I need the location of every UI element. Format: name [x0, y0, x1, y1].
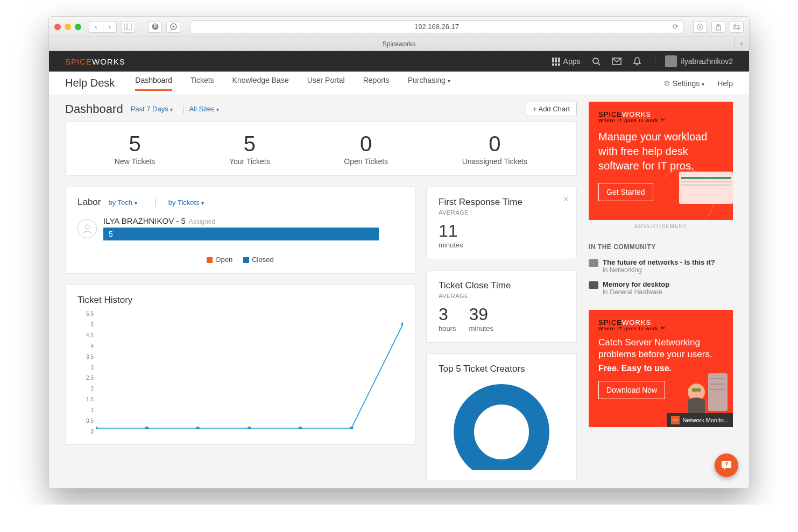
labor-tickets-filter[interactable]: by Tickets ▾ [168, 198, 204, 207]
stat-new-tickets: 5New Tickets [115, 132, 155, 166]
add-chart-button[interactable]: + Add Chart [526, 102, 577, 116]
labor-tech-filter[interactable]: by Tech ▾ [108, 198, 137, 207]
stat-unassigned-tickets: 0Unassigned Tickets [462, 132, 527, 166]
svg-point-20 [350, 427, 354, 429]
close-window-button[interactable] [54, 24, 61, 30]
window-controls [54, 24, 81, 30]
network-monitor-badge: 〰Network Monito... [667, 413, 733, 427]
first-response-card: × First Response Time AVERAGE 11minutes [426, 187, 577, 259]
avatar-icon [665, 55, 677, 67]
tab-dashboard[interactable]: Dashboard [135, 76, 172, 91]
reload-icon[interactable]: ⟳ [673, 23, 679, 31]
tab-tickets[interactable]: Tickets [190, 76, 214, 91]
ad-text: Catch Server Networking problems before … [598, 337, 723, 360]
labor-title: Labor [77, 197, 101, 208]
back-button[interactable]: ‹ [89, 21, 103, 33]
ad-label: ADVERTISEMENT [589, 223, 733, 229]
ad-help-desk: SPICEWORKSWhere IT goes to work.™ Manage… [589, 102, 733, 220]
stat-open-tickets: 0Open Tickets [344, 132, 388, 166]
svg-rect-9 [735, 24, 740, 29]
tab-user-portal[interactable]: User Portal [307, 76, 345, 91]
sidebar-toggle-button[interactable] [121, 21, 135, 33]
bell-icon[interactable] [632, 56, 642, 66]
svg-rect-25 [681, 181, 731, 182]
section-title: Help Desk [65, 77, 115, 89]
svg-point-13 [636, 63, 638, 65]
forward-button[interactable]: › [103, 21, 117, 33]
summary-card: 5New Tickets 5Your Tickets 0Open Tickets… [65, 122, 577, 176]
close-time-card: Ticket Close Time AVERAGE 3hours 39minut… [426, 270, 577, 343]
downloads-button[interactable] [693, 21, 707, 33]
svg-line-11 [598, 63, 600, 65]
new-tab-button[interactable]: + [734, 37, 749, 51]
labor-bar: 5 [103, 228, 379, 240]
svg-point-17 [196, 427, 200, 429]
svg-text:?: ? [725, 461, 729, 467]
spiceworks-logo[interactable]: SPICEWORKS [65, 57, 125, 66]
svg-point-5 [172, 26, 174, 28]
maximize-window-button[interactable] [75, 24, 81, 30]
get-started-button[interactable]: Get Started [598, 183, 653, 201]
pinterest-extension-icon[interactable]: P [148, 21, 162, 33]
share-button[interactable] [711, 21, 725, 33]
community-item[interactable]: Memory for desktopin General Hardware [589, 277, 733, 299]
user-menu[interactable]: ilyabrazhnikov2 [655, 55, 733, 67]
help-bubble-button[interactable]: ? [715, 453, 738, 477]
ad-illustration [663, 161, 733, 220]
svg-rect-26 [681, 185, 731, 186]
apps-button[interactable]: Apps [552, 57, 581, 66]
tabs-button[interactable] [730, 21, 744, 33]
tab-strip: Spiceworks + [49, 37, 749, 51]
history-title: Ticket History [77, 295, 403, 306]
svg-point-18 [248, 427, 251, 429]
tab-reports[interactable]: Reports [363, 76, 390, 91]
extension-icon[interactable] [166, 21, 180, 33]
svg-rect-23 [679, 172, 733, 204]
community-item-icon [589, 281, 598, 289]
url-text: 192.168.26.17 [414, 23, 459, 31]
help-button[interactable]: Help [717, 79, 733, 88]
search-icon[interactable] [591, 56, 601, 66]
tab-knowledge-base[interactable]: Knowledge Base [232, 76, 289, 91]
close-icon[interactable]: × [563, 194, 569, 205]
minimize-window-button[interactable] [65, 24, 71, 30]
svg-point-15 [96, 427, 97, 429]
labor-legend: Open Closed [77, 256, 403, 264]
donut-chart [442, 379, 561, 470]
download-now-button[interactable]: Download Now [598, 381, 665, 399]
top-creators-card: Top 5 Ticket Creators [426, 353, 577, 480]
ad-logo: SPICEWORKSWhere IT goes to work.™ [598, 318, 723, 331]
svg-point-22 [464, 394, 539, 470]
svg-rect-8 [733, 25, 739, 30]
ad-network-monitor: SPICEWORKSWhere IT goes to work.™ Catch … [589, 310, 733, 427]
page-title: Dashboard [65, 102, 123, 116]
address-bar[interactable]: 192.168.26.17 ⟳ [190, 20, 683, 33]
site-filter[interactable]: All Sites ▾ [189, 105, 220, 113]
ad-logo: SPICEWORKSWhere IT goes to work.™ [598, 110, 723, 123]
svg-point-19 [299, 427, 302, 429]
svg-rect-0 [124, 24, 132, 30]
community-item-icon [589, 259, 598, 267]
svg-point-10 [593, 58, 598, 63]
nav-bar: Help Desk Dashboard Tickets Knowledge Ba… [49, 72, 749, 95]
history-chart: 5.554.543.532.521.510.50 [77, 311, 403, 435]
svg-rect-33 [692, 388, 701, 392]
tab-purchasing[interactable]: Purchasing ▾ [408, 76, 450, 91]
date-filter[interactable]: Past 7 Days ▾ [131, 105, 173, 113]
mail-icon[interactable] [612, 56, 622, 66]
tech-avatar-icon [77, 219, 97, 238]
labor-card: Labor by Tech ▾ | by Tickets ▾ ILYA BRAZ… [65, 187, 415, 274]
community-item[interactable]: The future of networks - Is this it?in N… [589, 255, 733, 277]
gear-icon: ⚙ [663, 79, 670, 88]
svg-point-16 [145, 427, 149, 429]
settings-button[interactable]: ⚙Settings ▾ [663, 79, 704, 88]
community-title: IN THE COMMUNITY [589, 243, 733, 251]
ad-illustration [681, 368, 730, 416]
history-card: Ticket History 5.554.543.532.521.510.50 [65, 285, 415, 445]
svg-text:P: P [153, 24, 157, 30]
svg-point-14 [85, 225, 89, 229]
app-header: SPICEWORKS Apps ilyabrazhnikov2 [49, 51, 749, 72]
tab-title[interactable]: Spiceworks [383, 40, 415, 48]
tech-name: ILYA BRAZHNIKOV - 5Assigned [103, 216, 403, 225]
browser-toolbar: ‹ › P 192.168.26.17 ⟳ [49, 17, 749, 37]
